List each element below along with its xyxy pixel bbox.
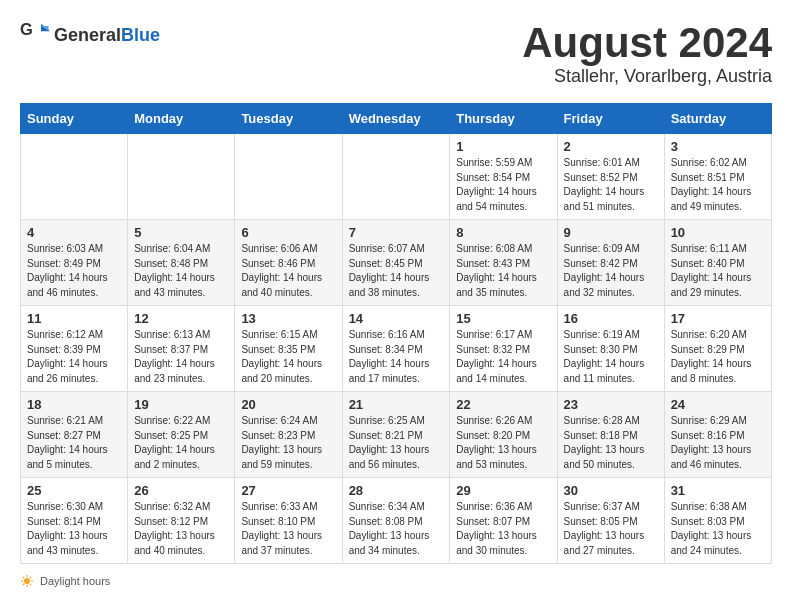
day-info: Sunrise: 6:17 AMSunset: 8:32 PMDaylight:…	[456, 328, 550, 386]
day-number: 9	[564, 225, 658, 240]
calendar-day-cell: 9Sunrise: 6:09 AMSunset: 8:42 PMDaylight…	[557, 220, 664, 306]
svg-text:G: G	[20, 20, 33, 38]
day-number: 11	[27, 311, 121, 326]
calendar-week-row: 4Sunrise: 6:03 AMSunset: 8:49 PMDaylight…	[21, 220, 772, 306]
day-info: Sunrise: 6:20 AMSunset: 8:29 PMDaylight:…	[671, 328, 765, 386]
calendar-day-cell	[21, 134, 128, 220]
day-info: Sunrise: 6:13 AMSunset: 8:37 PMDaylight:…	[134, 328, 228, 386]
calendar-day-header: Wednesday	[342, 104, 450, 134]
day-number: 22	[456, 397, 550, 412]
calendar-day-header: Saturday	[664, 104, 771, 134]
day-number: 28	[349, 483, 444, 498]
day-info: Sunrise: 6:01 AMSunset: 8:52 PMDaylight:…	[564, 156, 658, 214]
day-number: 12	[134, 311, 228, 326]
calendar-day-cell	[342, 134, 450, 220]
calendar-header-row: SundayMondayTuesdayWednesdayThursdayFrid…	[21, 104, 772, 134]
logo-icon: G	[20, 20, 50, 50]
day-number: 21	[349, 397, 444, 412]
calendar-day-cell: 28Sunrise: 6:34 AMSunset: 8:08 PMDayligh…	[342, 478, 450, 564]
location-subtitle: Stallehr, Vorarlberg, Austria	[522, 66, 772, 87]
calendar-day-cell: 19Sunrise: 6:22 AMSunset: 8:25 PMDayligh…	[128, 392, 235, 478]
calendar-day-cell: 13Sunrise: 6:15 AMSunset: 8:35 PMDayligh…	[235, 306, 342, 392]
day-info: Sunrise: 6:09 AMSunset: 8:42 PMDaylight:…	[564, 242, 658, 300]
day-number: 19	[134, 397, 228, 412]
calendar-day-cell: 5Sunrise: 6:04 AMSunset: 8:48 PMDaylight…	[128, 220, 235, 306]
day-info: Sunrise: 6:30 AMSunset: 8:14 PMDaylight:…	[27, 500, 121, 558]
calendar-day-header: Monday	[128, 104, 235, 134]
day-info: Sunrise: 5:59 AMSunset: 8:54 PMDaylight:…	[456, 156, 550, 214]
day-info: Sunrise: 6:26 AMSunset: 8:20 PMDaylight:…	[456, 414, 550, 472]
calendar-day-cell: 31Sunrise: 6:38 AMSunset: 8:03 PMDayligh…	[664, 478, 771, 564]
day-info: Sunrise: 6:25 AMSunset: 8:21 PMDaylight:…	[349, 414, 444, 472]
calendar-day-header: Tuesday	[235, 104, 342, 134]
day-number: 10	[671, 225, 765, 240]
day-info: Sunrise: 6:15 AMSunset: 8:35 PMDaylight:…	[241, 328, 335, 386]
day-info: Sunrise: 6:08 AMSunset: 8:43 PMDaylight:…	[456, 242, 550, 300]
day-number: 3	[671, 139, 765, 154]
day-number: 13	[241, 311, 335, 326]
calendar-day-cell: 7Sunrise: 6:07 AMSunset: 8:45 PMDaylight…	[342, 220, 450, 306]
day-info: Sunrise: 6:02 AMSunset: 8:51 PMDaylight:…	[671, 156, 765, 214]
day-info: Sunrise: 6:22 AMSunset: 8:25 PMDaylight:…	[134, 414, 228, 472]
calendar-day-cell: 26Sunrise: 6:32 AMSunset: 8:12 PMDayligh…	[128, 478, 235, 564]
day-number: 1	[456, 139, 550, 154]
day-info: Sunrise: 6:28 AMSunset: 8:18 PMDaylight:…	[564, 414, 658, 472]
day-info: Sunrise: 6:11 AMSunset: 8:40 PMDaylight:…	[671, 242, 765, 300]
calendar-day-cell: 8Sunrise: 6:08 AMSunset: 8:43 PMDaylight…	[450, 220, 557, 306]
day-number: 29	[456, 483, 550, 498]
day-number: 24	[671, 397, 765, 412]
calendar-day-cell: 3Sunrise: 6:02 AMSunset: 8:51 PMDaylight…	[664, 134, 771, 220]
calendar-day-cell: 2Sunrise: 6:01 AMSunset: 8:52 PMDaylight…	[557, 134, 664, 220]
day-info: Sunrise: 6:21 AMSunset: 8:27 PMDaylight:…	[27, 414, 121, 472]
logo-blue: Blue	[121, 25, 160, 45]
logo-general: General	[54, 25, 121, 45]
day-info: Sunrise: 6:12 AMSunset: 8:39 PMDaylight:…	[27, 328, 121, 386]
day-number: 23	[564, 397, 658, 412]
day-number: 4	[27, 225, 121, 240]
day-info: Sunrise: 6:34 AMSunset: 8:08 PMDaylight:…	[349, 500, 444, 558]
month-year-title: August 2024	[522, 20, 772, 66]
svg-line-8	[23, 577, 24, 578]
calendar-day-cell: 11Sunrise: 6:12 AMSunset: 8:39 PMDayligh…	[21, 306, 128, 392]
day-number: 20	[241, 397, 335, 412]
calendar-day-cell: 20Sunrise: 6:24 AMSunset: 8:23 PMDayligh…	[235, 392, 342, 478]
footer-note: Daylight hours	[20, 574, 772, 588]
calendar-day-header: Friday	[557, 104, 664, 134]
calendar-day-cell: 24Sunrise: 6:29 AMSunset: 8:16 PMDayligh…	[664, 392, 771, 478]
day-info: Sunrise: 6:36 AMSunset: 8:07 PMDaylight:…	[456, 500, 550, 558]
day-info: Sunrise: 6:24 AMSunset: 8:23 PMDaylight:…	[241, 414, 335, 472]
calendar-day-cell: 25Sunrise: 6:30 AMSunset: 8:14 PMDayligh…	[21, 478, 128, 564]
calendar-day-cell	[235, 134, 342, 220]
day-number: 7	[349, 225, 444, 240]
day-number: 2	[564, 139, 658, 154]
footer: Daylight hours	[20, 574, 772, 588]
svg-line-10	[30, 577, 31, 578]
calendar-week-row: 11Sunrise: 6:12 AMSunset: 8:39 PMDayligh…	[21, 306, 772, 392]
calendar-day-header: Sunday	[21, 104, 128, 134]
calendar-week-row: 1Sunrise: 5:59 AMSunset: 8:54 PMDaylight…	[21, 134, 772, 220]
day-info: Sunrise: 6:04 AMSunset: 8:48 PMDaylight:…	[134, 242, 228, 300]
day-number: 5	[134, 225, 228, 240]
svg-line-11	[23, 584, 24, 585]
day-number: 18	[27, 397, 121, 412]
calendar-week-row: 18Sunrise: 6:21 AMSunset: 8:27 PMDayligh…	[21, 392, 772, 478]
calendar-day-cell: 12Sunrise: 6:13 AMSunset: 8:37 PMDayligh…	[128, 306, 235, 392]
calendar-day-cell: 17Sunrise: 6:20 AMSunset: 8:29 PMDayligh…	[664, 306, 771, 392]
svg-point-3	[24, 578, 30, 584]
day-number: 14	[349, 311, 444, 326]
calendar-day-cell: 18Sunrise: 6:21 AMSunset: 8:27 PMDayligh…	[21, 392, 128, 478]
svg-line-9	[30, 584, 31, 585]
day-number: 17	[671, 311, 765, 326]
day-info: Sunrise: 6:37 AMSunset: 8:05 PMDaylight:…	[564, 500, 658, 558]
calendar-day-header: Thursday	[450, 104, 557, 134]
day-number: 6	[241, 225, 335, 240]
calendar-day-cell: 16Sunrise: 6:19 AMSunset: 8:30 PMDayligh…	[557, 306, 664, 392]
calendar-day-cell: 6Sunrise: 6:06 AMSunset: 8:46 PMDaylight…	[235, 220, 342, 306]
day-number: 30	[564, 483, 658, 498]
calendar-day-cell: 21Sunrise: 6:25 AMSunset: 8:21 PMDayligh…	[342, 392, 450, 478]
day-info: Sunrise: 6:19 AMSunset: 8:30 PMDaylight:…	[564, 328, 658, 386]
page-header: G GeneralBlue August 2024 Stallehr, Vora…	[20, 20, 772, 87]
day-number: 25	[27, 483, 121, 498]
day-number: 26	[134, 483, 228, 498]
calendar-day-cell: 4Sunrise: 6:03 AMSunset: 8:49 PMDaylight…	[21, 220, 128, 306]
